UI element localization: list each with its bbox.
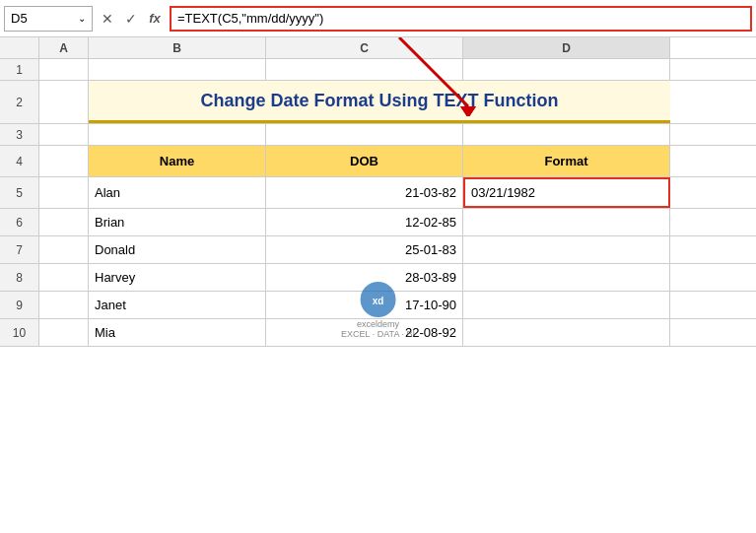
name-box[interactable]: D5 ⌄ xyxy=(4,6,93,32)
cell-b10[interactable]: Mia xyxy=(89,319,266,346)
formula-input[interactable] xyxy=(170,6,752,32)
svg-text:xd: xd xyxy=(373,296,384,306)
cell-b6[interactable]: Brian xyxy=(89,209,266,235)
cell-d5[interactable]: 03/21/1982 xyxy=(463,177,670,208)
cell-d1[interactable] xyxy=(463,59,670,80)
cell-a5[interactable] xyxy=(39,177,89,208)
dropdown-icon[interactable]: ⌄ xyxy=(78,13,86,24)
cell-d7[interactable] xyxy=(463,236,670,263)
corner-header xyxy=(0,37,39,58)
cell-a1[interactable] xyxy=(39,59,89,80)
row-num-7: 7 xyxy=(0,236,39,263)
col-header-c[interactable]: C xyxy=(266,37,463,58)
cell-a2[interactable] xyxy=(39,81,89,123)
row-num-10: 10 xyxy=(0,319,39,346)
cell-b5[interactable]: Alan xyxy=(89,177,266,208)
row-num-2: 2 xyxy=(0,81,39,123)
row-num-6: 6 xyxy=(0,209,39,235)
cancel-icon[interactable]: ✕ xyxy=(97,8,118,30)
cell-b1[interactable] xyxy=(89,59,266,80)
row-num-1: 1 xyxy=(0,59,39,80)
cell-a10[interactable] xyxy=(39,319,89,346)
cell-d9[interactable] xyxy=(463,292,670,318)
cell-a8[interactable] xyxy=(39,264,89,291)
header-dob: DOB xyxy=(266,146,463,176)
cell-b9[interactable]: Janet xyxy=(89,292,266,318)
cell-c1[interactable] xyxy=(266,59,463,80)
cell-c7[interactable]: 25-01-83 xyxy=(266,236,463,263)
watermark-logo: xd xyxy=(360,282,395,317)
row-5: 5 Alan 21-03-82 03/21/1982 xyxy=(0,177,756,209)
cell-b7[interactable]: Donald xyxy=(89,236,266,263)
header-format: Format xyxy=(463,146,670,176)
confirm-icon[interactable]: ✓ xyxy=(120,8,142,30)
row-1: 1 xyxy=(0,59,756,81)
cell-c5[interactable]: 21-03-82 xyxy=(266,177,463,208)
header-name: Name xyxy=(89,146,266,176)
col-header-b[interactable]: B xyxy=(89,37,266,58)
col-header-d[interactable]: D xyxy=(463,37,670,58)
row-4: 4 Name DOB Format xyxy=(0,146,756,177)
row-2: 2 Change Date Format Using TEXT Function xyxy=(0,81,756,124)
watermark-text: exceldemyEXCEL · DATA · BI xyxy=(341,319,415,339)
cell-a4[interactable] xyxy=(39,146,89,176)
title-cell: Change Date Format Using TEXT Function xyxy=(89,81,670,123)
cell-a9[interactable] xyxy=(39,292,89,318)
cell-d6[interactable] xyxy=(463,209,670,235)
watermark: xd exceldemyEXCEL · DATA · BI xyxy=(341,282,415,339)
spreadsheet-wrapper: A B C D 1 2 Change Date Format Using TEX… xyxy=(0,37,756,347)
column-headers: A B C D xyxy=(0,37,756,59)
col-header-a[interactable]: A xyxy=(39,37,89,58)
row-num-9: 9 xyxy=(0,292,39,318)
cell-c3[interactable] xyxy=(266,124,463,145)
formula-bar-controls: ✕ ✓ fx xyxy=(97,8,166,30)
row-6: 6 Brian 12-02-85 xyxy=(0,209,756,236)
cell-c6[interactable]: 12-02-85 xyxy=(266,209,463,235)
cell-d3[interactable] xyxy=(463,124,670,145)
row-3: 3 xyxy=(0,124,756,146)
cell-b3[interactable] xyxy=(89,124,266,145)
cell-d10[interactable] xyxy=(463,319,670,346)
cell-d8[interactable] xyxy=(463,264,670,291)
row-7: 7 Donald 25-01-83 xyxy=(0,236,756,264)
row-num-4: 4 xyxy=(0,146,39,176)
row-num-5: 5 xyxy=(0,177,39,208)
cell-a3[interactable] xyxy=(39,124,89,145)
row-num-3: 3 xyxy=(0,124,39,145)
cell-a6[interactable] xyxy=(39,209,89,235)
name-box-value: D5 xyxy=(11,11,28,26)
cell-a7[interactable] xyxy=(39,236,89,263)
cell-b8[interactable]: Harvey xyxy=(89,264,266,291)
row-num-8: 8 xyxy=(0,264,39,291)
formula-bar: D5 ⌄ ✕ ✓ fx xyxy=(0,0,756,37)
title-text: Change Date Format Using TEXT Function xyxy=(200,91,558,111)
fx-icon[interactable]: fx xyxy=(144,8,166,30)
